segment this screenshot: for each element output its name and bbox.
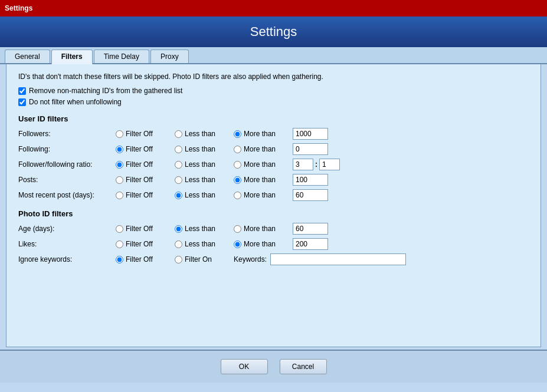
likes-radio-group: Filter Off Less than More than [116, 240, 293, 248]
followers-row: Followers: Filter Off Less than More tha… [18, 128, 529, 140]
keywords-value-input[interactable] [270, 253, 406, 265]
ok-button[interactable]: OK [221, 359, 268, 374]
posts-radio-group: Filter Off Less than More than [116, 176, 293, 184]
ratio-separator: : [315, 160, 317, 169]
tab-general[interactable]: General [5, 50, 50, 63]
keywords-row: Ignore keywords: Filter Off Filter On Ke… [18, 253, 529, 265]
likes-label: Likes: [18, 240, 116, 248]
keywords-filter-off[interactable]: Filter Off [116, 255, 175, 263]
following-label: Following: [18, 145, 116, 153]
age-row: Age (days): Filter Off Less than More th… [18, 223, 529, 235]
keywords-filter-on[interactable]: Filter On [175, 255, 234, 263]
ratio-label: Follower/following ratio: [18, 160, 116, 169]
age-label: Age (days): [18, 225, 116, 233]
recent-post-filter-off[interactable]: Filter Off [116, 191, 175, 199]
likes-value-input[interactable] [293, 238, 328, 250]
following-less-than[interactable]: Less than [175, 145, 234, 153]
age-more-than[interactable]: More than [234, 225, 293, 233]
likes-filter-off[interactable]: Filter Off [116, 240, 175, 248]
recent-post-row: Most recent post (days): Filter Off Less… [18, 189, 529, 201]
tab-proxy[interactable]: Proxy [150, 50, 189, 63]
ratio-row: Follower/following ratio: Filter Off Les… [18, 159, 529, 170]
tab-filters[interactable]: Filters [51, 50, 93, 64]
age-filter-off[interactable]: Filter Off [116, 225, 175, 233]
likes-more-than[interactable]: More than [234, 240, 293, 248]
tab-time-delay[interactable]: Time Delay [94, 50, 149, 63]
age-less-than[interactable]: Less than [175, 225, 234, 233]
header-bar: Settings [0, 17, 547, 47]
recent-post-label: Most recent post (days): [18, 191, 116, 199]
followers-filter-off[interactable]: Filter Off [116, 130, 175, 138]
following-filter-off[interactable]: Filter Off [116, 145, 175, 153]
posts-row: Posts: Filter Off Less than More than [18, 174, 529, 186]
posts-value-input[interactable] [293, 174, 328, 186]
keywords-field-label: Keywords: [234, 255, 267, 263]
title-bar-text: Settings [5, 4, 32, 12]
keywords-label: Ignore keywords: [18, 255, 116, 263]
checkbox-remove-nonmatching-label: Remove non-matching ID's from the gather… [29, 87, 182, 95]
user-id-filters-header: User ID filters [18, 114, 529, 123]
following-more-than[interactable]: More than [234, 145, 293, 153]
following-value-input[interactable] [293, 143, 328, 155]
posts-more-than[interactable]: More than [234, 176, 293, 184]
checkbox-no-filter-unfollow: Do not filter when unfollowing [18, 98, 529, 106]
footer: OK Cancel [0, 350, 547, 383]
checkbox-remove-nonmatching: Remove non-matching ID's from the gather… [18, 87, 529, 95]
likes-row: Likes: Filter Off Less than More than [18, 238, 529, 250]
followers-less-than[interactable]: Less than [175, 130, 234, 138]
checkbox-no-filter-unfollow-input[interactable] [18, 98, 26, 106]
ratio-less-than[interactable]: Less than [175, 160, 234, 169]
photo-id-filters-header: Photo ID filters [18, 209, 529, 218]
ratio-more-than[interactable]: More than [234, 160, 293, 169]
age-radio-group: Filter Off Less than More than [116, 225, 293, 233]
recent-post-value-input[interactable] [293, 189, 328, 201]
ratio-value1-input[interactable] [293, 159, 313, 170]
posts-label: Posts: [18, 176, 116, 184]
followers-label: Followers: [18, 130, 116, 138]
followers-more-than[interactable]: More than [234, 130, 293, 138]
recent-post-less-than[interactable]: Less than [175, 191, 234, 199]
ratio-radio-group: Filter Off Less than More than [116, 160, 293, 169]
cancel-button[interactable]: Cancel [280, 359, 327, 374]
following-row: Following: Filter Off Less than More tha… [18, 143, 529, 155]
tabs-bar: General Filters Time Delay Proxy [0, 47, 547, 64]
main-content: ID's that don't match these filters will… [6, 64, 541, 347]
posts-less-than[interactable]: Less than [175, 176, 234, 184]
followers-radio-group: Filter Off Less than More than [116, 130, 293, 138]
followers-value-input[interactable] [293, 128, 328, 140]
likes-less-than[interactable]: Less than [175, 240, 234, 248]
following-radio-group: Filter Off Less than More than [116, 145, 293, 153]
posts-filter-off[interactable]: Filter Off [116, 176, 175, 184]
header-title: Settings [250, 24, 297, 39]
recent-post-radio-group: Filter Off Less than More than [116, 191, 293, 199]
checkbox-no-filter-unfollow-label: Do not filter when unfollowing [29, 98, 122, 106]
age-value-input[interactable] [293, 223, 328, 235]
keywords-radio-group: Filter Off Filter On [116, 255, 234, 263]
checkbox-remove-nonmatching-input[interactable] [18, 87, 26, 95]
title-bar: Settings [0, 0, 547, 17]
info-text: ID's that don't match these filters will… [18, 73, 529, 81]
ratio-filter-off[interactable]: Filter Off [116, 160, 175, 169]
recent-post-more-than[interactable]: More than [234, 191, 293, 199]
ratio-value2-input[interactable] [319, 159, 340, 170]
